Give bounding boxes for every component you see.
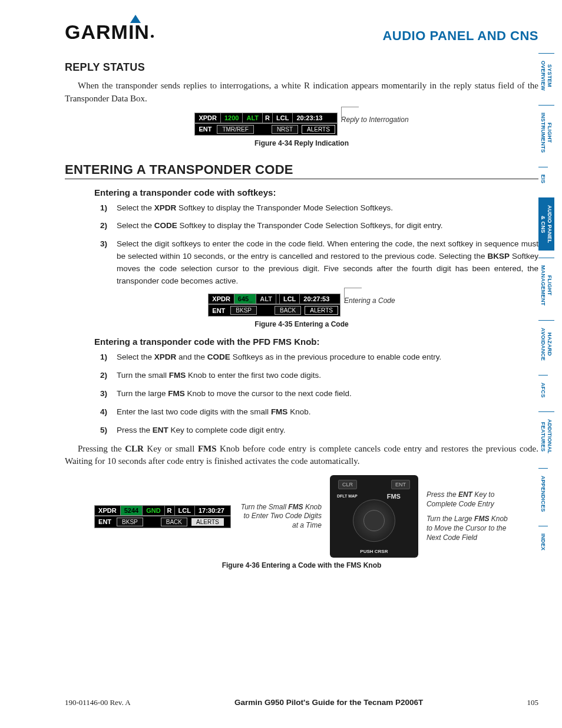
chapter-title: AUDIO PANEL AND CNS (382, 28, 538, 44)
closing-paragraph: Pressing the CLR Key or small FMS Knob b… (65, 443, 538, 469)
reply-status-paragraph: When the transponder sends replies to in… (65, 80, 538, 106)
step-item: 2)Turn the small FMS Knob to enter the f… (100, 370, 538, 382)
section-tab[interactable]: APPENDICES (538, 468, 548, 519)
step-item: 5)Press the ENT Key to complete code dig… (100, 424, 538, 437)
section-tabs: SYSTEM OVERVIEWFLIGHT INSTRUMENTSEISAUDI… (538, 53, 562, 565)
softkeys-subheading: Entering a transponder code with softkey… (94, 187, 538, 197)
doc-revision: 190-01146-00 Rev. A (65, 698, 131, 707)
figure-4-35: XPDR 645_ ALT LCL 20:27:53 ENT BKSP BACK… (65, 294, 538, 328)
section-tab[interactable]: FLIGHT MANAGEMENT (538, 258, 554, 313)
figure-4-36: XPDR 5244 GND R LCL 17:30:27 ENT BKSP BA… (65, 475, 538, 569)
step-item: 1)Select the XPDR and the CODE Softkeys … (100, 351, 538, 364)
step-item: 3)Turn the large FMS Knob to move the cu… (100, 388, 538, 400)
section-tab[interactable]: AFCS (538, 375, 548, 405)
section-tab[interactable]: SYSTEM OVERVIEW (538, 53, 554, 98)
step-item: 3)Select the digit softkeys to enter the… (100, 238, 538, 288)
page-number: 105 (527, 698, 538, 707)
section-tab[interactable]: ADDITIONAL FEATURES (538, 411, 554, 461)
step-item: 1)Select the XPDR Softkey to display the… (100, 202, 538, 215)
doc-title: Garmin G950 Pilot's Guide for the Tecnam… (234, 698, 423, 707)
fmsknob-steps: 1)Select the XPDR and the CODE Softkeys … (100, 351, 538, 437)
section-tab[interactable]: EIS (538, 167, 548, 190)
fms-knob-panel: CLR ENT DFLT MAP FMS PUSH CRSR (330, 475, 418, 558)
page-footer: 190-01146-00 Rev. A Garmin G950 Pilot's … (65, 698, 538, 707)
section-tab[interactable]: HAZARD AVOIDANCE (538, 320, 554, 368)
section-tab[interactable]: FLIGHT INSTRUMENTS (538, 105, 554, 160)
section-tab[interactable]: AUDIO PANEL & CNS (538, 197, 554, 251)
section-tab[interactable]: INDEX (538, 526, 548, 558)
figure-4-34: XPDR 1200 ALT R LCL 20:23:13 ENT TMR/REF… (65, 113, 538, 147)
entering-code-heading: ENTERING A TRANSPONDER CODE (65, 162, 538, 179)
reply-status-heading: REPLY STATUS (65, 61, 538, 74)
step-item: 4)Enter the last two code digits with th… (100, 406, 538, 419)
softkeys-steps: 1)Select the XPDR Softkey to display the… (100, 202, 538, 288)
step-item: 2)Select the CODE Softkey to display the… (100, 220, 538, 232)
garmin-logo: GARMIN (65, 21, 154, 44)
fmsknob-subheading: Entering a transponder code with the PFD… (94, 337, 538, 347)
